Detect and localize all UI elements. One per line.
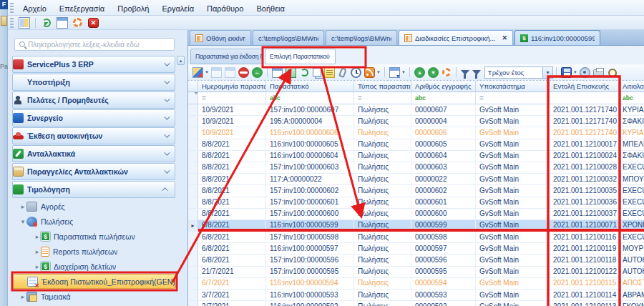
filter-cell-1[interactable]: = xyxy=(198,92,266,104)
tab-3[interactable]: c:\temp\logs\BMWnet.log - ... xyxy=(326,30,397,45)
menu-item-5[interactable]: Παράθυρο xyxy=(200,2,250,15)
menu-item-3[interactable]: Προβολή xyxy=(111,2,155,15)
table-row[interactable]: 6/8/2021116:inv100:00000597Πωλήσεις00000… xyxy=(188,243,644,255)
tab-2[interactable]: c:\temp\logs\BMWnet.log - ... xyxy=(253,30,324,45)
table-row[interactable]: 8/8/2021157:inv100:00000600Πωλήσεις00000… xyxy=(188,209,644,220)
table-row[interactable]: 10/9/2021157:inv100:00000607Πωλήσεις0000… xyxy=(188,104,644,116)
table-row-selected[interactable]: ▸6/8/2021116:inv100:00000599Πωλήσεις0000… xyxy=(188,220,644,232)
period-filter-combobox[interactable]: Τρέχον έτος xyxy=(484,66,543,79)
toolbar-grip[interactable] xyxy=(10,18,14,28)
menu-item-1[interactable]: Αρχείο xyxy=(16,2,53,15)
chevron-down-icon[interactable]: ▼ xyxy=(543,66,553,79)
sidebar-tree-item-1[interactable]: ▸Αγορές xyxy=(12,199,175,214)
new-window-icon[interactable] xyxy=(272,67,283,78)
sidebar-group-6[interactable]: Ανταλλακτικά xyxy=(12,145,175,162)
table-row[interactable]: 2/7/2021116:inv100:00000592Πωλήσεις00000… xyxy=(188,301,644,306)
help-icon[interactable] xyxy=(442,68,451,76)
help-ring-icon[interactable] xyxy=(73,18,82,27)
attachments-icon[interactable] xyxy=(338,67,347,78)
table-row[interactable]: 21/7/2021157:inv100:00000595Πωλήσεις0000… xyxy=(188,267,644,278)
tab-1[interactable]: Οθόνη εκκίνησης xyxy=(190,30,251,45)
filter-icon[interactable] xyxy=(461,70,469,75)
view-card-icon[interactable] xyxy=(286,67,296,78)
table-row[interactable]: 8/8/2021157:inv100:00000601Πωλήσεις00000… xyxy=(188,197,644,209)
subtab-1[interactable]: Παραστατικά για έκδοση Πιστωτικού xyxy=(190,49,263,64)
table-row[interactable]: 6/7/2021116:inv100:00000594Πωλήσεις00000… xyxy=(188,278,644,290)
subtab-2[interactable]: Επιλογή Παραστατικού xyxy=(265,49,336,64)
column-header-3[interactable]: Τύπος παραστατικού xyxy=(354,81,411,92)
filter-cell-2[interactable]: abc xyxy=(266,92,354,104)
sidebar-group-2[interactable]: Υποστήριξη xyxy=(12,74,175,91)
copy-icon[interactable] xyxy=(313,68,321,76)
sidebar-group-8[interactable]: Τιμολόγηση xyxy=(12,181,175,198)
table-row[interactable]: 8/8/2021157:inv100:00000602Πωλήσεις00000… xyxy=(188,185,644,197)
filter-cell-3[interactable]: = xyxy=(354,92,411,104)
close-window-icon[interactable]: ✕ xyxy=(88,18,99,28)
column-header-5[interactable]: Υποκατάστημα xyxy=(476,81,550,92)
column-header-7[interactable]: Αιτιολογία xyxy=(619,81,644,92)
new-record-icon[interactable] xyxy=(192,67,203,78)
column-header-6[interactable]: Εντολή Επισκευής xyxy=(550,81,619,92)
sidebar-group-1[interactable]: ServicePlus 3 ERP xyxy=(12,56,175,73)
sidebar-item-credit-note-issue[interactable]: Έκδοση Πιστωτικού_Επιστροφική(GEN) xyxy=(12,274,175,289)
sidebar-tree-item-7[interactable]: ▸Ταμειακά xyxy=(12,289,175,304)
back-icon[interactable]: ← xyxy=(252,67,263,78)
zoom-icon[interactable] xyxy=(607,67,618,78)
search-input[interactable] xyxy=(28,41,157,49)
history-icon[interactable] xyxy=(351,67,361,78)
chevron-down-icon[interactable]: ▼ xyxy=(573,70,577,74)
table-settings-icon[interactable] xyxy=(19,17,30,29)
scroll-up-icon[interactable]: ▲ xyxy=(177,56,185,65)
table-row[interactable]: 6/8/2021157:inv100:00000598Πωλήσεις00000… xyxy=(188,232,644,243)
move-down-icon[interactable]: ▼ xyxy=(428,67,439,78)
chevron-down-icon[interactable]: ▼ xyxy=(401,70,406,74)
grid-settings-icon[interactable] xyxy=(580,67,590,78)
filter-builder-icon[interactable] xyxy=(472,70,481,75)
chevron-down-icon[interactable]: ▼ xyxy=(205,70,209,74)
table-row[interactable]: 8/8/2021116:inv100:00000604Πωλήσεις00000… xyxy=(188,151,644,162)
collapsed-panel-strip[interactable]: F Pa xyxy=(0,0,8,306)
tab-5[interactable]: $116:inv100:00000599 - ... xyxy=(514,30,600,45)
refresh-icon[interactable] xyxy=(42,19,51,27)
table-row[interactable]: 8/8/2021117:A:00000022Πωλήσεις00000022Gv… xyxy=(188,174,644,185)
column-header-2[interactable]: Παραστατικό xyxy=(266,81,354,92)
filter-cell-5[interactable]: = xyxy=(476,92,550,104)
sidebar-tree-item-3[interactable]: ▸$Παραστατικά πωλήσεων xyxy=(12,229,175,244)
save-layout-icon[interactable] xyxy=(561,67,572,78)
sidebar-group-4[interactable]: Συνεργείο xyxy=(12,109,175,127)
feed-icon[interactable] xyxy=(364,67,375,78)
print-icon[interactable] xyxy=(593,69,604,77)
sidebar-group-7[interactable]: Παραγγελίες Ανταλλακτικών xyxy=(12,163,175,180)
restore-window-icon[interactable] xyxy=(57,17,68,29)
table-row[interactable]: 3/7/2021116:inv100:00000593Πωλήσεις00000… xyxy=(188,290,644,301)
filter-cell-7[interactable]: abc xyxy=(619,92,644,104)
column-header-1[interactable]: Ημερομηνία παραστατικού▼ xyxy=(198,81,266,92)
tab-4[interactable]: Διαδικασίες Επιστροφική...✕ xyxy=(399,30,513,45)
sidebar-tree-item-4[interactable]: ▸Reports πωλήσεων xyxy=(12,244,175,259)
sidebar-search-box[interactable] xyxy=(14,38,175,51)
sidebar-scrollbar[interactable]: ▲ xyxy=(177,56,185,199)
table-row[interactable]: 8/8/2021157:inv100:00000603Πωλήσεις00000… xyxy=(188,162,644,174)
sidebar-group-3[interactable]: Πελάτες / Προμηθευτές xyxy=(12,92,175,109)
notes-icon[interactable] xyxy=(324,67,335,78)
sidebar-tree-item-5[interactable]: ▸$Διαχείριση δελτίων xyxy=(12,259,175,274)
refresh-grid-icon[interactable] xyxy=(301,69,308,76)
filter-cell-4[interactable]: abc xyxy=(411,92,476,104)
column-header-4[interactable]: Αριθμός εγγραφής xyxy=(411,81,476,92)
export-window-icon[interactable] xyxy=(389,67,400,78)
delete-record-icon[interactable] xyxy=(238,67,249,78)
filter-cell-6[interactable] xyxy=(550,92,619,104)
menu-item-4[interactable]: Εργαλεία xyxy=(155,2,200,15)
sidebar-group-5[interactable]: Έκθεση αυτοκινήτων xyxy=(12,127,175,144)
table-row[interactable]: 6/8/2021157:inv100:00000596Πωλήσεις00000… xyxy=(188,255,644,266)
table-row[interactable]: 8/8/2021116:inv100:00000605Πωλήσεις00000… xyxy=(188,139,644,151)
close-tab-icon[interactable]: ✕ xyxy=(502,34,507,41)
table-row[interactable]: 10/9/2021195:A:00000004Πωλήσεις00000004G… xyxy=(188,116,644,127)
menu-item-6[interactable]: Βοήθεια xyxy=(250,2,291,15)
menu-item-2[interactable]: Επεξεργασία xyxy=(53,2,111,15)
sidebar-tree-item-2[interactable]: ▾Πωλήσεις xyxy=(12,214,175,229)
move-up-icon[interactable]: ▲ xyxy=(414,67,425,78)
table-row[interactable]: 10/9/2021116:inv100:00000606Πωλήσεις0000… xyxy=(188,127,644,139)
chevron-down-icon[interactable]: ▼ xyxy=(376,70,381,74)
toolbar-grip[interactable] xyxy=(10,3,14,13)
